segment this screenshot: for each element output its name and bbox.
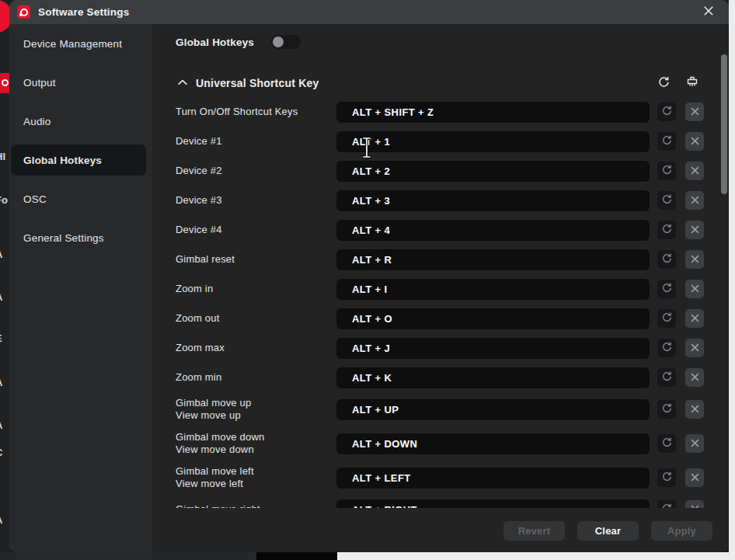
clear-hotkey-button[interactable] — [685, 468, 704, 487]
clear-hotkey-button[interactable] — [685, 434, 704, 453]
clear-hotkey-button[interactable] — [685, 309, 704, 328]
hotkey-value: ALT + 1 — [352, 136, 390, 148]
reset-icon — [661, 402, 673, 416]
sidebar-item-audio[interactable]: Audio — [9, 102, 152, 141]
sidebar-item-output[interactable]: Output — [9, 63, 152, 102]
reset-hotkey-button[interactable] — [657, 162, 676, 180]
hotkey-row: Zoom min ALT + K — [176, 363, 707, 392]
reset-hotkey-button[interactable] — [657, 280, 676, 298]
hotkey-value: ALT + I — [352, 283, 388, 295]
x-icon — [691, 404, 699, 416]
reset-icon — [661, 370, 673, 384]
hotkey-row: Gimbal move down View move down ALT + DO… — [176, 426, 707, 461]
hotkey-value: ALT + K — [352, 372, 392, 384]
clear-hotkey-button[interactable] — [685, 250, 704, 269]
reset-hotkey-button[interactable] — [657, 221, 676, 239]
settings-content: Global Hotkeys Universal Shortcut Key — [152, 24, 729, 552]
clear-button[interactable]: Clear — [577, 521, 639, 541]
sidebar-item-global-hotkeys[interactable]: Global Hotkeys — [11, 144, 146, 176]
reset-hotkey-button[interactable] — [657, 191, 676, 210]
clear-hotkey-button[interactable] — [685, 221, 704, 239]
hotkey-value: ALT + SHIFT + Z — [352, 106, 434, 118]
reset-all-hotkeys-button[interactable] — [656, 75, 671, 91]
reset-hotkey-button[interactable] — [657, 434, 676, 453]
background-bottom-strip-dark — [0, 552, 256, 560]
hotkey-row: Device #3 ALT + 3 — [176, 186, 707, 215]
clear-hotkey-button[interactable] — [685, 103, 704, 121]
reset-hotkey-button[interactable] — [657, 339, 676, 357]
hotkey-label: Zoom in — [176, 283, 336, 295]
hotkey-label: Device #2 — [176, 165, 336, 177]
dialog-body: Device Management Output Audio Global Ho… — [9, 24, 729, 552]
clear-hotkey-button[interactable] — [685, 368, 704, 387]
hotkey-input[interactable]: ALT + R — [336, 249, 650, 270]
footer-button-label: Apply — [667, 525, 696, 537]
scrollbar-thumb[interactable] — [721, 54, 727, 194]
hotkey-input[interactable]: ALT + SHIFT + Z — [336, 102, 650, 123]
background-bottom-strip-light — [337, 552, 735, 560]
close-button[interactable] — [698, 0, 719, 24]
global-hotkeys-toggle[interactable] — [271, 35, 301, 49]
reset-hotkey-button[interactable] — [657, 103, 676, 121]
background-text-fragment: A — [0, 377, 2, 388]
hotkey-input[interactable]: ALT + LEFT — [336, 468, 650, 489]
hotkey-input[interactable]: ALT + 1 — [336, 131, 650, 152]
hotkey-input[interactable]: ALT + 2 — [336, 161, 650, 182]
background-text-fragment: A — [0, 291, 2, 303]
close-icon — [703, 5, 714, 19]
sidebar-item-label: OSC — [23, 193, 47, 205]
clear-all-hotkeys-button[interactable] — [684, 75, 700, 91]
app-logo-icon — [17, 5, 30, 19]
titlebar: Software Settings — [9, 0, 729, 24]
hotkey-value: ALT + DOWN — [352, 438, 417, 450]
x-icon — [691, 472, 699, 484]
clear-hotkey-button[interactable] — [685, 400, 704, 419]
reset-hotkey-button[interactable] — [657, 368, 676, 387]
background-red-logo-fragment — [0, 0, 9, 33]
x-icon — [691, 283, 699, 295]
clear-hotkey-button[interactable] — [685, 162, 704, 180]
reset-hotkey-button[interactable] — [657, 250, 676, 269]
hotkey-input[interactable]: ALT + 3 — [336, 190, 650, 211]
clear-hotkey-button[interactable] — [685, 339, 704, 357]
screen: HIFoAAEAACA Software Settings Device Man… — [0, 0, 735, 560]
collapse-section-button[interactable] — [176, 76, 190, 90]
reset-icon — [661, 503, 673, 508]
reset-hotkey-button[interactable] — [657, 309, 676, 328]
reset-hotkey-button[interactable] — [657, 468, 676, 487]
x-icon — [691, 343, 699, 354]
sidebar-item-device-management[interactable]: Device Management — [9, 24, 152, 63]
hotkey-input[interactable]: ALT + K — [336, 367, 650, 388]
hotkey-input[interactable]: ALT + O — [336, 308, 650, 329]
hotkey-label: Gimbal move down View move down — [176, 431, 336, 456]
software-settings-window: Software Settings Device Management Outp… — [9, 0, 729, 552]
hotkey-row: Zoom out ALT + O — [176, 304, 707, 333]
reset-icon — [661, 437, 673, 450]
sidebar-item-osc[interactable]: OSC — [9, 179, 152, 218]
hotkey-value: ALT + 3 — [352, 195, 390, 207]
clear-hotkey-button[interactable] — [685, 500, 704, 508]
sidebar-item-general-settings[interactable]: General Settings — [9, 218, 152, 257]
hotkey-input[interactable]: ALT + RIGHT — [336, 499, 650, 509]
reset-hotkey-button[interactable] — [657, 132, 676, 151]
sidebar-item-label: Global Hotkeys — [23, 155, 102, 166]
hotkey-label: Zoom max — [176, 342, 336, 354]
hotkey-label: Zoom min — [176, 371, 336, 384]
clear-hotkey-button[interactable] — [685, 191, 704, 210]
hotkey-row: Gimbal move left View move left ALT + LE… — [176, 461, 707, 495]
apply-button: Apply — [651, 521, 712, 541]
clear-hotkey-button[interactable] — [685, 132, 704, 151]
hotkey-input[interactable]: ALT + J — [336, 338, 650, 359]
section-actions — [656, 75, 700, 91]
x-icon — [691, 195, 699, 207]
chevron-up-icon — [176, 76, 189, 91]
hotkey-input[interactable]: ALT + I — [336, 279, 650, 300]
hotkey-value: ALT + R — [352, 254, 392, 266]
hotkey-input[interactable]: ALT + UP — [336, 399, 650, 420]
clear-hotkey-button[interactable] — [685, 280, 704, 298]
hotkey-label: Device #4 — [176, 224, 336, 236]
reset-hotkey-button[interactable] — [657, 500, 676, 508]
hotkey-input[interactable]: ALT + 4 — [336, 220, 650, 241]
hotkey-input[interactable]: ALT + DOWN — [336, 433, 650, 454]
reset-hotkey-button[interactable] — [657, 400, 676, 419]
